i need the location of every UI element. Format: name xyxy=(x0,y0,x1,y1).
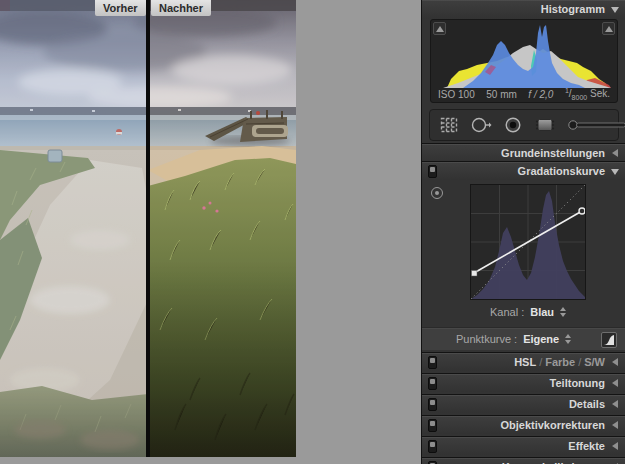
red-eye-icon[interactable] xyxy=(503,114,523,136)
channel-label: Kanal : xyxy=(490,306,524,318)
expand-triangle-icon[interactable] xyxy=(612,442,618,450)
hsl-toggle-switch[interactable] xyxy=(428,356,437,369)
edit-point-curve-button[interactable] xyxy=(601,332,617,348)
lightroom-develop-view: Vorher Nachher Histogramm ISO 100 50 mm xyxy=(0,0,625,464)
effects-panel-header[interactable]: Effekte xyxy=(422,436,625,455)
spot-removal-icon[interactable] xyxy=(470,114,492,136)
collapse-triangle-icon[interactable] xyxy=(611,7,619,13)
expand-triangle-icon[interactable] xyxy=(612,149,618,157)
adjustment-brush-icon[interactable] xyxy=(567,114,625,136)
tool-strip xyxy=(429,109,619,141)
aperture-value: f / 2,0 xyxy=(528,89,553,100)
tone-curve-content: Kanal : Blau xyxy=(422,180,625,327)
histogram-display[interactable]: ISO 100 50 mm f / 2,0 1/8000 Sek. xyxy=(430,19,618,103)
after-label: Nachher xyxy=(151,0,211,16)
split-toning-title: Teiltonung xyxy=(550,374,605,393)
highlight-clipping-indicator[interactable] xyxy=(602,22,615,35)
point-curve-row: Punktkurve : Eigene xyxy=(422,327,625,350)
expand-triangle-icon[interactable] xyxy=(612,358,618,366)
tone-curve-toggle-switch[interactable] xyxy=(428,165,437,178)
iso-value: ISO 100 xyxy=(438,89,475,100)
farbe-tab[interactable]: Farbe xyxy=(545,356,575,368)
graduated-filter-icon[interactable] xyxy=(534,114,556,136)
before-label: Vorher xyxy=(95,0,146,16)
hsl-panel-header[interactable]: HSL/Farbe/S/W xyxy=(422,352,625,371)
exif-info-row: ISO 100 50 mm f / 2,0 1/8000 Sek. xyxy=(431,87,617,101)
point-curve-label: Punktkurve : xyxy=(456,333,517,345)
hsl-tab[interactable]: HSL xyxy=(514,356,536,368)
expand-triangle-icon[interactable] xyxy=(612,421,618,429)
channel-value: Blau xyxy=(530,306,554,318)
channel-stepper-icon[interactable] xyxy=(560,307,566,317)
tone-curve-editor[interactable] xyxy=(470,184,586,300)
details-toggle-switch[interactable] xyxy=(428,398,437,411)
highlight-clipping-triangle-icon xyxy=(605,26,613,32)
tone-curve-panel-title: Gradationskurve xyxy=(518,162,605,181)
targeted-adjustment-icon[interactable] xyxy=(431,187,443,199)
expand-triangle-icon[interactable] xyxy=(612,379,618,387)
expand-triangle-icon[interactable] xyxy=(612,400,618,408)
details-title: Details xyxy=(569,395,605,414)
camera-calibration-panel-header[interactable]: Kamerakalibrierung xyxy=(422,457,625,464)
histogram-panel-title: Histogramm xyxy=(541,0,605,19)
compare-workspace: Vorher Nachher xyxy=(0,0,421,464)
crop-overlay-icon[interactable] xyxy=(439,114,459,136)
before-after-photo[interactable]: Vorher Nachher xyxy=(0,0,296,457)
shadow-clipping-indicator[interactable] xyxy=(433,22,446,35)
split-toning-panel-header[interactable]: Teiltonung xyxy=(422,373,625,392)
histogram-graph xyxy=(433,22,617,88)
channel-selector[interactable]: Kanal : Blau xyxy=(470,303,586,321)
point-curve-stepper-icon[interactable] xyxy=(565,334,571,344)
hsl-panel-title: HSL/Farbe/S/W xyxy=(514,353,605,372)
camera-calibration-title: Kamerakalibrierung xyxy=(502,458,605,464)
point-curve-value[interactable]: Eigene xyxy=(523,333,559,345)
histogram-panel-header[interactable]: Histogramm xyxy=(422,0,625,19)
collapse-triangle-icon[interactable] xyxy=(611,169,619,175)
sw-tab[interactable]: S/W xyxy=(584,356,605,368)
basic-panel-header[interactable]: Grundeinstellungen xyxy=(422,143,625,162)
focal-length-value: 50 mm xyxy=(486,89,517,100)
split-toning-toggle-switch[interactable] xyxy=(428,377,437,390)
shadow-clipping-triangle-icon xyxy=(436,26,444,32)
lens-corrections-title: Objektivkorrekturen xyxy=(500,416,605,435)
before-grade xyxy=(0,0,148,457)
after-grade xyxy=(148,0,296,457)
develop-right-panel: Histogramm ISO 100 50 mm f / 2,0 1/8000 … xyxy=(421,0,625,464)
compare-split-divider[interactable] xyxy=(146,0,150,457)
lens-corrections-panel-header[interactable]: Objektivkorrekturen xyxy=(422,415,625,434)
effects-toggle-switch[interactable] xyxy=(428,440,437,453)
lens-corrections-toggle-switch[interactable] xyxy=(428,419,437,432)
effects-title: Effekte xyxy=(568,437,605,456)
details-panel-header[interactable]: Details xyxy=(422,394,625,413)
shutter-value: 1/8000 Sek. xyxy=(565,87,610,101)
tone-curve-graph xyxy=(471,185,585,299)
tone-curve-panel-header[interactable]: Gradationskurve xyxy=(422,161,625,180)
